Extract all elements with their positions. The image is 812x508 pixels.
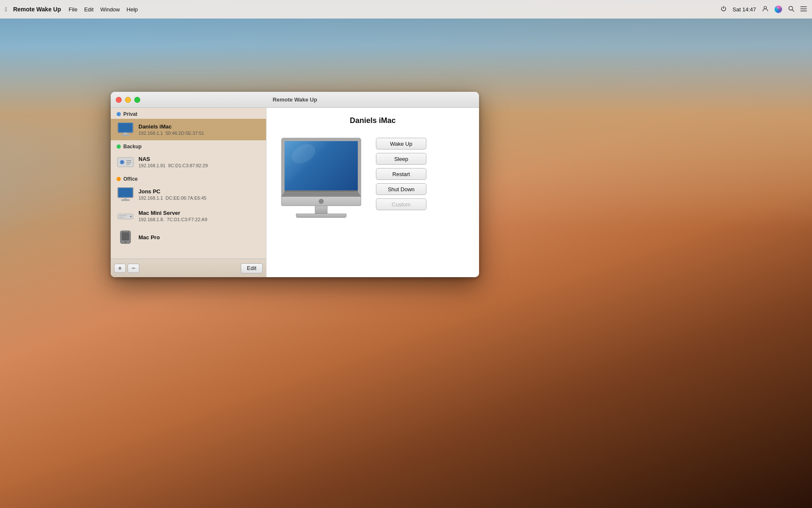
svg-rect-8 [124, 133, 127, 134]
close-button[interactable] [116, 97, 122, 103]
svg-rect-7 [119, 123, 132, 132]
edit-button[interactable]: Edit [241, 263, 263, 273]
help-menu[interactable]: Help [127, 6, 138, 13]
window-menu[interactable]: Window [100, 6, 120, 13]
window-controls [116, 97, 140, 103]
wake-up-button[interactable]: Wake Up [376, 138, 426, 150]
device-item-mac-mini[interactable]: Mac Mini Server 192.168.1.8. 7C:D1:C3:F7… [111, 205, 266, 227]
group-label-privat: Privat [123, 111, 137, 117]
imac-chin [281, 197, 361, 206]
svg-rect-23 [119, 217, 124, 218]
window-title: Remote Wake Up [273, 96, 317, 103]
group-label-office: Office [123, 176, 138, 182]
svg-point-0 [764, 6, 767, 9]
sleep-button[interactable]: Sleep [376, 153, 426, 165]
svg-rect-10 [117, 158, 133, 167]
user-icon[interactable] [762, 5, 769, 13]
device-item-jons-pc[interactable]: Jons PC 192.168.1.1 DC:EE:06:7A:E6:45 [111, 184, 266, 205]
group-header-office: Office [111, 173, 266, 184]
device-name-daniels-imac: Daniels iMac [138, 123, 204, 130]
sidebar: Privat Daniels iMac [111, 108, 266, 277]
window-titlebar: Remote Wake Up [111, 92, 479, 108]
device-info-daniels-imac: Daniels iMac 192.168.1.1 50:46:2D:5E:37:… [138, 123, 204, 136]
group-label-backup: Backup [123, 144, 141, 150]
imac-neck [315, 206, 327, 214]
siri-icon[interactable] [775, 5, 782, 13]
device-name-jons-pc: Jons PC [138, 188, 206, 195]
device-name-mac-pro: Mac Pro [138, 234, 160, 241]
minimize-button[interactable] [125, 97, 131, 103]
menubar:  Remote Wake Up File Edit Window Help S… [0, 0, 812, 19]
device-info-nas: NAS 192.168.1.81 9C:D1:C3:87:82:29 [138, 156, 208, 168]
detail-device-name: Daniels iMac [350, 116, 396, 125]
device-name-nas: NAS [138, 156, 208, 162]
app-name-label: Remote Wake Up [13, 6, 61, 13]
imac-base [296, 214, 346, 218]
maximize-button[interactable] [134, 97, 140, 103]
svg-rect-19 [121, 199, 130, 201]
device-item-nas[interactable]: NAS 192.168.1.81 9C:D1:C3:87:82:29 [111, 151, 266, 173]
file-menu[interactable]: File [69, 6, 77, 13]
svg-rect-18 [124, 198, 127, 199]
detail-main-content: Wake Up Sleep Restart Shut Down Custom [279, 134, 466, 218]
action-buttons: Wake Up Sleep Restart Shut Down Custom [376, 138, 426, 210]
app-window: Remote Wake Up Privat [111, 92, 479, 277]
add-device-button[interactable]: + [114, 264, 126, 273]
window-body: Privat Daniels iMac [111, 108, 479, 277]
menubar-time: Sat 14:47 [732, 6, 756, 13]
device-details-mac-mini: 192.168.1.8. 7C:D1:C3:F7:22:A9 [138, 217, 207, 222]
restart-button[interactable]: Restart [376, 168, 426, 180]
svg-point-21 [130, 216, 132, 217]
imac-chin-logo [319, 199, 324, 204]
device-name-mac-mini: Mac Mini Server [138, 210, 207, 216]
notification-center-icon[interactable] [800, 6, 807, 13]
shut-down-button[interactable]: Shut Down [376, 183, 426, 195]
remove-device-button[interactable]: − [128, 264, 139, 273]
imac-screen-large [281, 138, 361, 197]
device-info-mac-pro: Mac Pro [138, 234, 160, 241]
imac-large-illustration [279, 138, 363, 218]
menubar-right: Sat 14:47 [721, 5, 807, 13]
group-dot-privat [117, 112, 121, 116]
svg-point-12 [121, 161, 123, 163]
device-icon-jons-pc [117, 187, 134, 202]
device-icon-imac [117, 122, 134, 137]
apple-menu-icon[interactable]:  [5, 6, 7, 13]
power-icon[interactable] [721, 6, 727, 13]
device-info-jons-pc: Jons PC 192.168.1.1 DC:EE:06:7A:E6:45 [138, 188, 206, 201]
device-details-daniels-imac: 192.168.1.1 50:46:2D:5E:37:51 [138, 131, 204, 136]
svg-rect-17 [119, 188, 132, 197]
edit-menu[interactable]: Edit [84, 6, 93, 13]
svg-rect-22 [119, 215, 127, 216]
device-item-daniels-imac[interactable]: Daniels iMac 192.168.1.1 50:46:2D:5E:37:… [111, 119, 266, 140]
sidebar-toolbar: + − Edit [111, 259, 266, 277]
svg-rect-13 [126, 160, 131, 161]
device-icon-mac-pro [117, 230, 134, 245]
group-dot-office [117, 177, 121, 181]
device-details-nas: 192.168.1.81 9C:D1:C3:87:82:29 [138, 163, 208, 168]
device-info-mac-mini: Mac Mini Server 192.168.1.8. 7C:D1:C3:F7… [138, 210, 207, 222]
svg-rect-15 [126, 164, 130, 165]
group-header-privat: Privat [111, 108, 266, 119]
svg-line-2 [792, 10, 794, 11]
device-details-jons-pc: 192.168.1.1 DC:EE:06:7A:E6:45 [138, 195, 206, 201]
group-header-backup: Backup [111, 140, 266, 151]
svg-point-33 [125, 241, 126, 243]
svg-rect-14 [126, 162, 131, 163]
device-item-mac-pro[interactable]: Mac Pro [111, 227, 266, 248]
device-icon-nas [117, 155, 134, 169]
svg-rect-9 [121, 134, 130, 136]
device-icon-mac-mini [117, 209, 134, 223]
custom-button[interactable]: Custom [376, 198, 426, 210]
search-icon[interactable] [788, 5, 794, 13]
detail-pane: Daniels iMac Wake Up Sleep Restart Shu [266, 108, 479, 277]
group-dot-backup [117, 144, 121, 149]
sidebar-list: Privat Daniels iMac [111, 108, 266, 259]
